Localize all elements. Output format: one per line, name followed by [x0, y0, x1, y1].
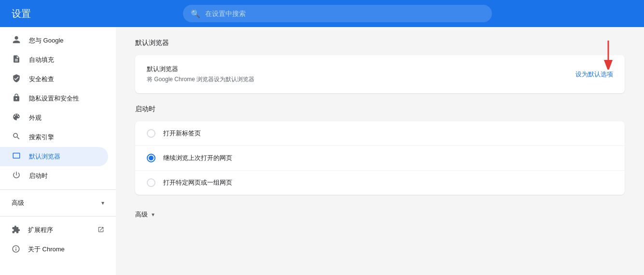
sidebar-item-safety[interactable]: 安全检查	[0, 70, 108, 89]
person-icon	[12, 35, 21, 46]
extensions-label: 扩展程序	[28, 226, 90, 234]
sidebar-label-startup: 启动时	[29, 172, 97, 180]
radio-continue-label: 继续浏览上次打开的网页	[163, 154, 232, 162]
sidebar-divider	[0, 189, 116, 190]
action-container: 设为默认选项	[575, 70, 613, 79]
sidebar-item-about[interactable]: 关于 Chrome	[0, 240, 116, 259]
safety-icon	[12, 74, 21, 85]
card-desc: 将 Google Chrome 浏览器设为默认浏览器	[147, 75, 254, 84]
about-icon	[12, 245, 20, 255]
search-icon: 🔍	[191, 9, 200, 18]
sidebar-label-search: 搜索引擎	[29, 133, 97, 142]
radio-specific-label: 打开特定网页或一组网页	[163, 178, 232, 187]
page-title: 设置	[12, 7, 31, 20]
search-bar[interactable]: 🔍	[183, 5, 492, 22]
advanced-section[interactable]: 高级 ▾	[135, 210, 154, 219]
sidebar-label-safety: 安全检查	[29, 75, 97, 84]
default-browser-card: 默认浏览器 将 Google Chrome 浏览器设为默认浏览器 设为默认选项	[135, 55, 625, 93]
privacy-icon	[12, 93, 21, 104]
sidebar-label-appearance: 外观	[29, 114, 97, 122]
radio-continue[interactable]: 继续浏览上次打开的网页	[135, 146, 625, 171]
radio-new-tab-label: 打开新标签页	[163, 129, 201, 138]
sidebar-item-default-browser[interactable]: 默认浏览器	[0, 147, 108, 166]
sidebar-label-autofill: 自动填充	[29, 56, 97, 64]
sidebar-item-search[interactable]: 搜索引擎	[0, 128, 108, 147]
extensions-icon	[12, 225, 20, 235]
search-engine-icon	[12, 132, 21, 143]
startup-section-title: 启动时	[135, 105, 625, 114]
appearance-icon	[12, 113, 21, 124]
external-link-icon	[98, 226, 104, 234]
about-label: 关于 Chrome	[28, 245, 65, 254]
sidebar-divider-2	[0, 216, 116, 217]
advanced-chevron-icon: ▾	[101, 200, 104, 206]
advanced-section-label: 高级	[135, 210, 148, 219]
content-area: 默认浏览器 默认浏览器 将 Google Chrome 浏览器设为默认浏览器	[116, 27, 644, 275]
sidebar-label-google: 您与 Google	[29, 36, 97, 45]
sidebar-item-google[interactable]: 您与 Google	[0, 31, 108, 50]
set-default-button[interactable]: 设为默认选项	[575, 71, 613, 78]
sidebar-item-appearance[interactable]: 外观	[0, 108, 108, 128]
card-text: 默认浏览器 将 Google Chrome 浏览器设为默认浏览器	[147, 65, 254, 84]
radio-continue-circle	[147, 154, 155, 162]
startup-icon	[12, 171, 21, 182]
sidebar-item-extensions[interactable]: 扩展程序	[0, 220, 116, 240]
search-input[interactable]	[205, 10, 484, 17]
sidebar-item-startup[interactable]: 启动时	[0, 166, 108, 186]
default-browser-section-title: 默认浏览器	[135, 39, 625, 47]
radio-new-tab-circle	[147, 129, 155, 138]
autofill-icon	[12, 55, 21, 66]
sidebar: 您与 Google 自动填充 安全检查 隐私设置和安全性 外观	[0, 27, 116, 275]
sidebar-label-privacy: 隐私设置和安全性	[29, 94, 97, 103]
radio-new-tab[interactable]: 打开新标签页	[135, 121, 625, 146]
sidebar-item-privacy[interactable]: 隐私设置和安全性	[0, 89, 108, 108]
card-header: 默认浏览器 将 Google Chrome 浏览器设为默认浏览器 设为默认选项	[147, 65, 613, 84]
radio-specific-circle	[147, 178, 155, 187]
sidebar-advanced[interactable]: 高级 ▾	[0, 194, 116, 212]
card-title: 默认浏览器	[147, 65, 254, 73]
sidebar-item-autofill[interactable]: 自动填充	[0, 50, 108, 70]
radio-specific[interactable]: 打开特定网页或一组网页	[135, 171, 625, 195]
advanced-label: 高级	[12, 199, 24, 207]
header: 设置 🔍	[0, 0, 644, 27]
startup-card: 打开新标签页 继续浏览上次打开的网页 打开特定网页或一组网页	[135, 121, 625, 195]
default-browser-icon	[12, 151, 21, 162]
sidebar-label-default-browser: 默认浏览器	[29, 152, 97, 161]
main-layout: 您与 Google 自动填充 安全检查 隐私设置和安全性 外观	[0, 27, 644, 275]
advanced-chevron-icon: ▾	[152, 211, 154, 218]
